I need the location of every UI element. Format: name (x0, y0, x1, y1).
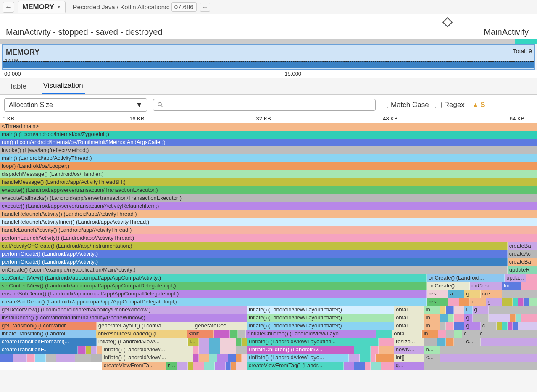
frame[interactable]: a... (448, 290, 464, 298)
frame[interactable] (46, 354, 57, 362)
frame[interactable]: resize... (394, 338, 424, 346)
frame[interactable]: obtai... (394, 306, 424, 314)
frame[interactable]: inflate() (Landroid/view/LayoutInflater;… (247, 322, 394, 330)
frame[interactable] (448, 298, 459, 306)
frame[interactable] (454, 338, 465, 346)
frame[interactable]: <... (424, 354, 440, 362)
frame[interactable]: l... (188, 338, 199, 346)
frame[interactable] (489, 314, 510, 322)
frame[interactable] (459, 298, 470, 306)
frame[interactable] (236, 354, 242, 362)
frame[interactable]: c... (464, 338, 480, 346)
frame[interactable] (371, 346, 379, 354)
frame[interactable] (226, 362, 231, 370)
frame[interactable]: executeCallbacks() (Landroid/app/servert… (0, 194, 537, 202)
frame[interactable] (0, 354, 13, 362)
frame[interactable] (56, 354, 75, 362)
frame[interactable] (454, 322, 465, 330)
frame[interactable]: g... (394, 362, 424, 370)
frame[interactable] (518, 298, 524, 306)
frame[interactable] (440, 306, 446, 314)
frame[interactable]: setContentView() (Landroidx/appcompat/ap… (0, 274, 427, 282)
frame[interactable]: g... (464, 314, 472, 322)
frame[interactable]: onCreate() (Lcom/example/myapplication/M… (0, 266, 508, 274)
frame[interactable] (193, 354, 199, 362)
frame[interactable] (437, 338, 445, 346)
frame[interactable] (521, 314, 537, 322)
frame[interactable]: handleRelaunchActivityInner() (Landroid/… (0, 218, 537, 226)
frame[interactable]: cre... (481, 290, 502, 298)
zoom-fit-icon[interactable]: ↔ (200, 3, 210, 12)
frame[interactable]: fin... (502, 282, 521, 290)
tab-visualization[interactable]: Visualization (42, 78, 85, 94)
frame[interactable]: in... (422, 330, 438, 338)
frame[interactable]: performCreate() (Landroid/app/Activity;) (0, 250, 508, 258)
frame[interactable]: inflate() (Landroid/view/... (97, 338, 188, 346)
frame[interactable]: loop() (Landroid/os/Looper;) (0, 162, 537, 170)
frame[interactable]: i... (464, 306, 472, 314)
frame[interactable]: onResourcesLoaded() (L... (96, 330, 187, 338)
frame[interactable]: in... (424, 314, 440, 322)
frame[interactable]: createTransitionF... (0, 346, 78, 354)
frame[interactable] (214, 330, 230, 338)
frame[interactable] (188, 362, 193, 370)
frame[interactable]: c... (481, 322, 497, 330)
frame[interactable]: createTransitionFromXml(... (0, 338, 97, 346)
frame[interactable]: g... (464, 290, 480, 298)
frame[interactable]: generateLayout() (Lcom/a... (97, 322, 193, 330)
regex-input[interactable] (435, 102, 442, 108)
frame[interactable]: createBa (508, 242, 537, 250)
frame[interactable] (75, 354, 91, 362)
frame[interactable] (376, 354, 394, 362)
frame[interactable]: inflate() (Landroid/view/LayoutInflater;… (247, 306, 394, 314)
frame[interactable]: rInflate() (Landroid/view/Layo... (247, 354, 349, 362)
frame[interactable]: getTransition() (Lcom/andr... (0, 322, 97, 330)
memory-mini-chart[interactable]: MEMORY Total: 9 128 M (2, 44, 535, 70)
frame[interactable]: setContentView() (Landroidx/appcompat/ap… (0, 282, 427, 290)
frame[interactable]: g... (464, 322, 480, 330)
frame[interactable] (349, 354, 360, 362)
frame[interactable] (508, 322, 513, 330)
frame[interactable]: installDecor() (Lcom/android/internal/po… (0, 314, 247, 322)
frame[interactable] (473, 314, 489, 322)
frame[interactable] (513, 298, 518, 306)
frame[interactable] (193, 346, 199, 354)
frame[interactable] (360, 354, 371, 362)
frame[interactable] (502, 298, 513, 306)
frame[interactable]: handleMessage() (Landroid/app/ActivityTh… (0, 178, 537, 186)
frame[interactable]: u... (470, 298, 486, 306)
frame[interactable]: onCreate() (Landroid... (427, 274, 505, 282)
frame[interactable]: rest... (427, 298, 448, 306)
frame[interactable] (231, 362, 236, 370)
frame[interactable]: inflate() (Landroid/view/LayoutInflater;… (247, 314, 394, 322)
frame[interactable] (238, 330, 246, 338)
frame[interactable]: newN... (394, 346, 424, 354)
frame[interactable] (424, 362, 537, 370)
frame[interactable]: g... (473, 306, 489, 314)
frame[interactable] (365, 362, 371, 370)
frame[interactable]: execute() (Landroid/app/servertransactio… (0, 202, 537, 210)
frame[interactable] (78, 346, 86, 354)
frame[interactable]: rest... (427, 290, 448, 298)
frame[interactable] (513, 322, 518, 330)
frame[interactable] (516, 314, 521, 322)
frame[interactable]: createBa (508, 258, 537, 266)
frame[interactable]: callActivityOnCreate() (Landroid/app/Ins… (0, 242, 508, 250)
frame[interactable] (242, 354, 247, 362)
regex-checkbox[interactable]: Regex (435, 101, 465, 109)
frame[interactable] (521, 282, 537, 290)
frame[interactable]: main() (Lcom/android/internal/os/ZygoteI… (0, 131, 537, 139)
frame[interactable] (446, 306, 454, 314)
frame[interactable]: invoke() (Ljava/lang/reflect/Method;) (0, 146, 537, 154)
frame[interactable] (440, 346, 537, 354)
frame[interactable] (454, 306, 465, 314)
frame[interactable] (524, 298, 529, 306)
frame[interactable]: performLaunchActivity() (Landroid/app/Ac… (0, 234, 537, 242)
recording-value[interactable]: 07.686 (171, 2, 197, 12)
frame[interactable] (379, 346, 394, 354)
frame[interactable] (438, 330, 446, 338)
frame[interactable] (215, 362, 226, 370)
frame[interactable] (529, 298, 537, 306)
frame[interactable] (440, 354, 537, 362)
frame[interactable] (228, 354, 236, 362)
